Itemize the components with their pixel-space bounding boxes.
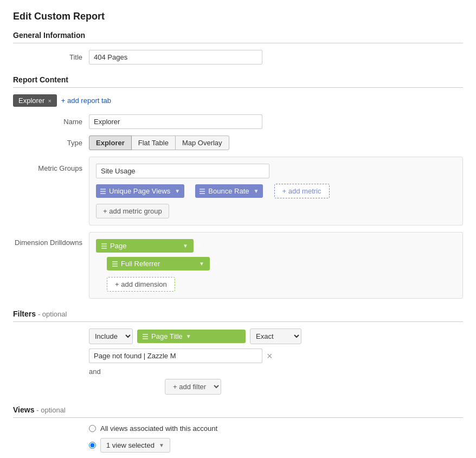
dimension-dropdown-arrow-icon: ▼ bbox=[199, 261, 204, 267]
remove-metric-1-button[interactable]: × bbox=[188, 188, 192, 195]
metric-groups-area: Unique Page Views ▼ × Bounce Rate ▼ × + … bbox=[89, 157, 463, 225]
dimension-pill-full-referrer[interactable]: Full Referrer ▼ bbox=[107, 257, 210, 270]
drag-dots-icon bbox=[200, 189, 205, 194]
remove-dimension-page-button[interactable]: × bbox=[197, 242, 202, 250]
dimension-label: Full Referrer bbox=[121, 260, 196, 268]
type-btn-flat-table[interactable]: Flat Table bbox=[131, 136, 176, 150]
filter-value-input[interactable] bbox=[89, 349, 262, 363]
dimension-dropdown-arrow-icon: ▼ bbox=[183, 243, 188, 249]
explorer-tab[interactable]: Explorer × bbox=[13, 94, 57, 107]
filter-remove-button[interactable]: × bbox=[267, 351, 273, 361]
type-btn-map-overlay[interactable]: Map Overlay bbox=[175, 136, 229, 150]
metric-pill-bounce-rate[interactable]: Bounce Rate ▼ bbox=[195, 184, 263, 198]
add-metric-group-button[interactable]: + add metric group bbox=[96, 204, 169, 218]
remove-metric-2-button[interactable]: × bbox=[266, 188, 271, 195]
dimensions-area: Page ▼ × Full Referrer ▼ × bbox=[89, 232, 463, 299]
filter-dimension-pill[interactable]: Page Title ▼ bbox=[137, 330, 246, 343]
drag-dots-icon bbox=[100, 189, 106, 194]
title-input[interactable] bbox=[89, 50, 262, 64]
metric-label: Bounce Rate bbox=[208, 187, 249, 195]
and-label: and bbox=[89, 367, 463, 376]
tab-close-icon[interactable]: × bbox=[48, 98, 51, 104]
report-content-heading: Report Content bbox=[13, 75, 463, 88]
metric-pills: Unique Page Views ▼ × Bounce Rate ▼ × + … bbox=[96, 184, 456, 198]
filters-optional-label: - optional bbox=[38, 310, 67, 318]
general-info-heading: General Information bbox=[13, 31, 463, 43]
metric-pill-unique-page-views[interactable]: Unique Page Views ▼ bbox=[96, 184, 184, 198]
views-heading: Views - optional bbox=[13, 405, 463, 418]
page-title: Edit Custom Report bbox=[13, 11, 463, 22]
all-views-label: All views associated with this account bbox=[100, 424, 217, 433]
filter-dimension-label: Page Title bbox=[151, 332, 183, 340]
dimension-item-full-referrer: Full Referrer ▼ × bbox=[96, 257, 456, 270]
dimension-pill-page[interactable]: Page ▼ bbox=[96, 239, 194, 253]
add-tab-link[interactable]: + add report tab bbox=[61, 96, 111, 105]
filter-include-select[interactable]: Include Exclude bbox=[89, 328, 133, 344]
add-filter-select[interactable]: + add filter bbox=[165, 379, 221, 395]
filters-heading: Filters - optional bbox=[13, 309, 463, 322]
all-views-radio[interactable] bbox=[89, 425, 96, 432]
filter-match-select[interactable]: Exact Contains Starts with Regex bbox=[250, 328, 301, 344]
title-label: Title bbox=[13, 50, 89, 61]
drag-dots-icon bbox=[112, 261, 118, 267]
filter-dimension-arrow-icon: ▼ bbox=[186, 333, 191, 339]
view-select-arrow-icon: ▼ bbox=[159, 442, 164, 448]
add-dimension-button[interactable]: + add dimension bbox=[107, 277, 175, 292]
type-buttons: Explorer Flat Table Map Overlay bbox=[89, 136, 463, 150]
dimension-label: Page bbox=[110, 242, 179, 250]
views-area: All views associated with this account 1… bbox=[89, 424, 463, 453]
report-name-input[interactable] bbox=[89, 114, 262, 129]
metric-label: Unique Page Views bbox=[109, 187, 170, 195]
tab-label: Explorer bbox=[18, 96, 44, 105]
view-select-label: 1 view selected bbox=[106, 441, 155, 449]
dimension-item-page: Page ▼ × bbox=[96, 239, 456, 253]
metric-groups-label: Metric Groups bbox=[13, 157, 89, 172]
all-views-radio-row: All views associated with this account bbox=[89, 424, 463, 433]
name-label: Name bbox=[13, 114, 89, 126]
filter-row: Include Exclude Page Title ▼ Exact Conta… bbox=[89, 328, 463, 363]
view-select-button[interactable]: 1 view selected ▼ bbox=[100, 438, 170, 453]
selected-views-radio-row: 1 view selected ▼ bbox=[89, 438, 463, 453]
type-btn-explorer[interactable]: Explorer bbox=[89, 136, 132, 150]
drag-dots-icon bbox=[101, 243, 107, 249]
add-metric-button[interactable]: + add metric bbox=[274, 184, 330, 198]
metric-group-name-input[interactable] bbox=[96, 164, 269, 178]
remove-dimension-referrer-button[interactable]: × bbox=[213, 260, 218, 268]
selected-views-radio[interactable] bbox=[89, 442, 96, 449]
drag-dots-icon bbox=[143, 334, 148, 339]
dimension-drilldowns-label: Dimension Drilldowns bbox=[13, 232, 89, 247]
views-optional-label: - optional bbox=[36, 406, 65, 414]
type-label: Type bbox=[13, 136, 89, 147]
pill-dropdown-arrow-icon: ▼ bbox=[175, 188, 180, 194]
pill-dropdown-arrow-icon: ▼ bbox=[254, 188, 259, 194]
